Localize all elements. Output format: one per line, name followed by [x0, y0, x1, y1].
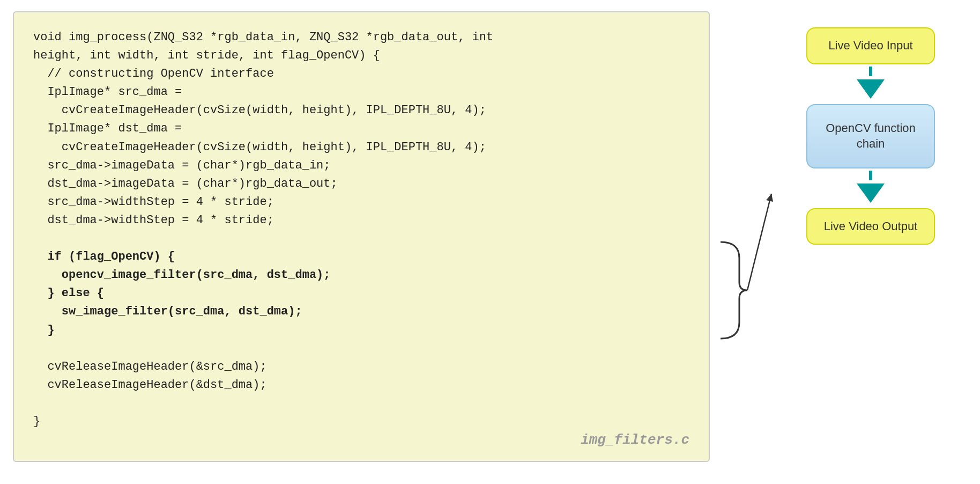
- live-video-input-label: Live Video Input: [828, 38, 912, 54]
- connector-svg: [710, 11, 774, 462]
- arrow-head-2: [857, 184, 885, 203]
- arrow-stem-1: [869, 67, 872, 76]
- arrow-2: [857, 171, 885, 206]
- connector-area: [710, 11, 774, 462]
- code-panel: void img_process(ZNQ_S32 *rgb_data_in, Z…: [13, 11, 710, 462]
- arrow-stem-2: [869, 171, 872, 180]
- filename-label: img_filters.c: [581, 432, 689, 448]
- main-container: void img_process(ZNQ_S32 *rgb_data_in, Z…: [13, 11, 967, 473]
- live-video-output-box: Live Video Output: [806, 208, 935, 245]
- opencv-function-chain-box: OpenCV function chain: [806, 104, 935, 168]
- opencv-function-chain-label: OpenCV function chain: [816, 121, 925, 151]
- svg-marker-1: [766, 194, 773, 202]
- live-video-output-label: Live Video Output: [824, 219, 918, 234]
- diagram-panel: Live Video Input OpenCV function chain L…: [774, 11, 967, 462]
- arrow-1: [857, 67, 885, 102]
- code-block: void img_process(ZNQ_S32 *rgb_data_in, Z…: [33, 28, 689, 431]
- svg-line-0: [747, 194, 771, 290]
- arrow-head-1: [857, 79, 885, 99]
- live-video-input-box: Live Video Input: [806, 27, 935, 64]
